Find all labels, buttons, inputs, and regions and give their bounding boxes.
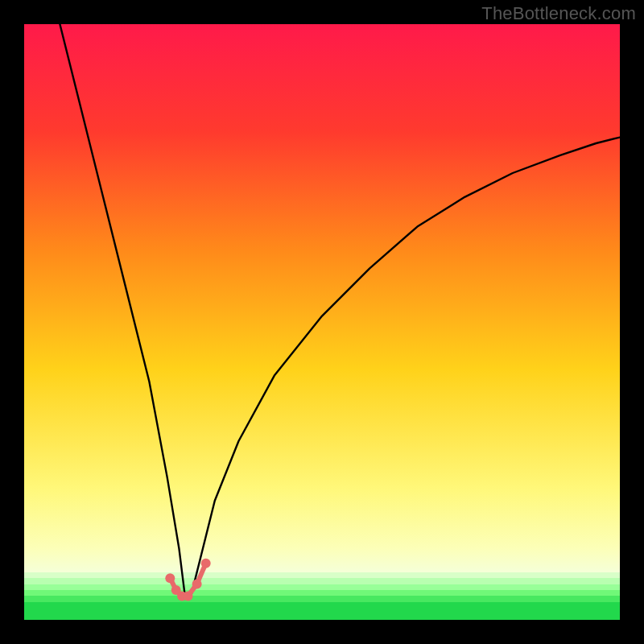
- trough-marker: [184, 591, 193, 601]
- outer-frame: TheBottleneck.com: [0, 0, 644, 644]
- trough-marker: [201, 559, 211, 568]
- watermark-text: TheBottleneck.com: [481, 3, 636, 24]
- trough-marker: [165, 573, 175, 583]
- plot-area: [24, 24, 620, 620]
- curve-layer: [24, 24, 620, 620]
- trough-marker: [192, 580, 202, 589]
- bottleneck-curve: [60, 24, 620, 596]
